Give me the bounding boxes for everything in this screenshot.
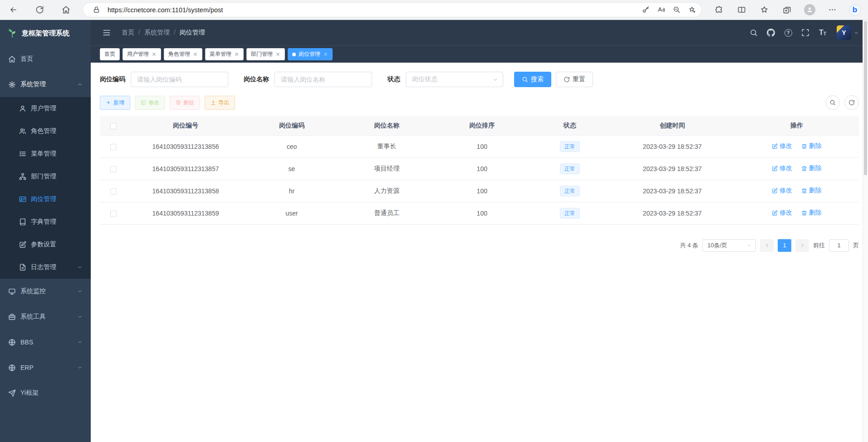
search-button[interactable]: 搜索 — [514, 72, 551, 87]
logo-seedling-icon — [7, 28, 17, 38]
breadcrumb-current: 岗位管理 — [180, 29, 205, 37]
collections-icon[interactable] — [779, 2, 794, 18]
favorites-icon[interactable] — [756, 2, 772, 18]
app-logo: 意框架管理系统 — [0, 20, 91, 46]
tab-close-icon[interactable] — [193, 52, 198, 57]
fullscreen-icon[interactable] — [799, 26, 812, 39]
prev-page-button[interactable] — [760, 239, 774, 252]
sidebar-item-yi-framework[interactable]: Yi框架 — [0, 380, 91, 406]
row-checkbox[interactable] — [110, 166, 117, 172]
delete-link-label: 删除 — [809, 142, 822, 150]
tab-home[interactable]: 首页 — [100, 48, 120, 60]
gear-icon — [8, 81, 16, 88]
sidebar-item-menu-mgmt[interactable]: 菜单管理 — [0, 142, 91, 165]
edit-button[interactable]: 修改 — [135, 96, 165, 110]
browser-back-button[interactable] — [5, 2, 21, 18]
tab-menu-mgmt[interactable]: 菜单管理 — [205, 48, 244, 60]
sidebar-item-bbs[interactable]: BBS — [0, 329, 91, 355]
tab-role-mgmt[interactable]: 角色管理 — [164, 48, 202, 60]
select-all-checkbox[interactable] — [110, 123, 117, 129]
sidebar-item-dept-mgmt[interactable]: 部门管理 — [0, 165, 91, 188]
row-delete-link[interactable]: 删除 — [801, 187, 822, 195]
tab-user-mgmt[interactable]: 用户管理 — [123, 48, 161, 60]
user-avatar-menu[interactable]: Y — [837, 25, 859, 40]
sidebar-item-dict-mgmt[interactable]: 字典管理 — [0, 211, 91, 233]
status-select[interactable]: 岗位状态 — [406, 72, 503, 87]
status-badge: 正常 — [560, 141, 580, 152]
browser-more-menu-icon[interactable] — [824, 2, 840, 18]
row-edit-link[interactable]: 修改 — [772, 164, 792, 172]
tab-dept-mgmt[interactable]: 部门管理 — [246, 48, 285, 60]
help-icon[interactable]: ? — [781, 26, 795, 39]
row-checkbox[interactable] — [110, 144, 117, 150]
read-aloud-icon[interactable] — [654, 4, 668, 16]
tab-post-mgmt[interactable]: 岗位管理 — [288, 48, 333, 60]
add-button[interactable]: 新增 — [100, 96, 130, 110]
cell-post-id: 1641030593112313859 — [127, 202, 244, 224]
toggle-search-icon[interactable] — [825, 95, 840, 110]
font-size-large-glyph: T — [819, 29, 824, 36]
breadcrumb-system[interactable]: 系统管理 — [144, 29, 176, 37]
tab-close-icon[interactable] — [152, 52, 157, 57]
sidebar-item-role-mgmt[interactable]: 角色管理 — [0, 120, 91, 142]
browser-home-button[interactable] — [58, 2, 74, 18]
row-checkbox[interactable] — [110, 211, 117, 217]
split-screen-icon[interactable] — [734, 2, 749, 18]
row-checkbox[interactable] — [110, 188, 117, 195]
browser-profile-avatar[interactable] — [802, 2, 817, 18]
github-icon[interactable] — [764, 26, 778, 39]
header-search-icon[interactable] — [747, 26, 760, 39]
tab-close-icon[interactable] — [275, 52, 280, 57]
sidebar-item-tools[interactable]: 系统工具 — [0, 304, 91, 329]
sidebar-item-monitor[interactable]: 系统监控 — [0, 279, 91, 304]
sidebar-item-param-settings[interactable]: 参数设置 — [0, 233, 91, 256]
chevron-down-icon — [77, 339, 83, 345]
font-size-icon[interactable]: TT — [816, 26, 829, 39]
sidebar-toggle-icon[interactable] — [100, 26, 113, 39]
sidebar-item-label: 部门管理 — [31, 172, 56, 181]
zoom-out-icon[interactable] — [670, 4, 683, 16]
sidebar-item-user-mgmt[interactable]: 用户管理 — [0, 97, 91, 120]
row-delete-link[interactable]: 删除 — [801, 142, 822, 150]
post-name-input[interactable] — [275, 72, 372, 87]
page-number-button[interactable]: 1 — [778, 239, 791, 252]
row-edit-link[interactable]: 修改 — [772, 142, 792, 150]
table-row: 1641030593112313858 hr 人力资源 100 正常 2023-… — [100, 180, 859, 202]
sidebar-item-system[interactable]: 系统管理 — [0, 72, 91, 97]
browser-address-bar[interactable]: https://ccnetcore.com:1101/system/post — [83, 2, 702, 17]
browser-scrollbar[interactable] — [863, 20, 868, 442]
page-size-select[interactable]: 10条/页 — [702, 239, 756, 252]
sidebar-item-erp[interactable]: ERP — [0, 355, 91, 380]
sidebar-item-post-mgmt[interactable]: 岗位管理 — [0, 188, 91, 211]
bing-chat-icon[interactable]: b — [847, 2, 863, 18]
export-button[interactable]: 导出 — [205, 96, 235, 110]
extensions-icon[interactable] — [711, 2, 726, 18]
add-favorite-star-icon[interactable] — [685, 4, 699, 16]
breadcrumb-home[interactable]: 首页 — [122, 29, 140, 37]
saved-password-key-icon[interactable] — [639, 4, 652, 16]
row-edit-link[interactable]: 修改 — [772, 187, 792, 195]
next-page-button[interactable] — [795, 239, 809, 252]
row-delete-link[interactable]: 删除 — [801, 164, 822, 172]
reset-button[interactable]: 重置 — [556, 72, 593, 87]
profile-person-icon — [804, 4, 815, 15]
tab-close-icon[interactable] — [234, 52, 239, 57]
delete-button[interactable]: 删除 — [170, 96, 200, 110]
scrollbar-thumb[interactable] — [864, 21, 867, 175]
column-header-actions: 操作 — [735, 116, 859, 135]
delete-link-label: 删除 — [809, 164, 822, 172]
site-info-lock-icon[interactable] — [89, 4, 103, 16]
goto-page-input[interactable] — [829, 239, 849, 252]
tab-close-icon[interactable] — [323, 52, 328, 57]
sidebar-item-log-mgmt[interactable]: 日志管理 — [0, 256, 91, 279]
sidebar-item-label: 日志管理 — [31, 263, 56, 271]
browser-refresh-button[interactable] — [32, 2, 47, 18]
sidebar-item-home[interactable]: 首页 — [0, 46, 91, 72]
column-header-post-code: 岗位编码 — [244, 116, 339, 135]
row-delete-link[interactable]: 删除 — [801, 209, 822, 217]
row-edit-link[interactable]: 修改 — [772, 209, 792, 217]
reset-button-label: 重置 — [573, 75, 585, 83]
tab-label: 首页 — [104, 50, 115, 58]
post-code-input[interactable] — [131, 72, 228, 87]
refresh-table-icon[interactable] — [844, 95, 859, 110]
